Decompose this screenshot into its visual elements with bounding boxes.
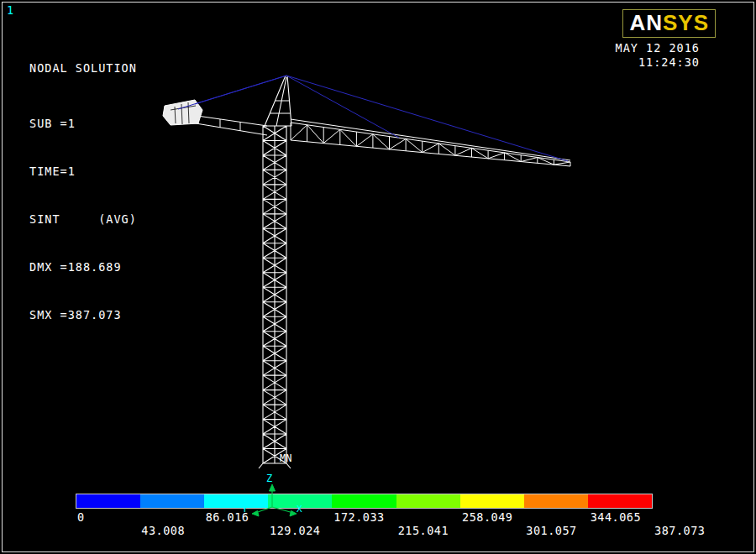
triad-y-label: Y (242, 504, 248, 515)
tie-cables (178, 76, 568, 161)
graphics-viewport[interactable] (0, 0, 756, 554)
triad-z-label: Z (266, 473, 272, 484)
min-location-label: MN (280, 452, 291, 464)
triad-axes (255, 489, 293, 513)
jib-lattice (291, 119, 570, 166)
triad-x-label: X (297, 504, 302, 515)
